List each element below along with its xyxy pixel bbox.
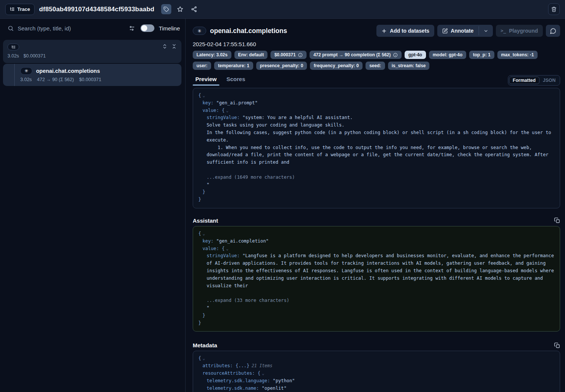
metadata-json-block: {⌄ attributes: {...}21 Items resourceAtt…	[193, 351, 560, 392]
tab-preview[interactable]: Preview	[193, 74, 219, 86]
copy-icon[interactable]	[554, 342, 560, 348]
model-param-badge: model: gpt-4o	[429, 51, 466, 59]
top-bar: Trace df850ab499107d4348584cf5933baabd	[0, 0, 565, 19]
span-title: openai.chat.completions	[36, 68, 100, 74]
collapse-caret-icon[interactable]: ⌄	[202, 93, 205, 98]
star-icon[interactable]	[175, 4, 185, 14]
playground-button[interactable]: >_ Playground	[496, 25, 543, 37]
timeline-toggle-label: Timeline	[159, 25, 180, 32]
top-p-badge: top_p: 1	[469, 51, 494, 59]
trace-root-item[interactable]: 3.02s $0.000371	[3, 40, 181, 63]
observation-timestamp: 2025-02-04 17:55:51.660	[193, 41, 560, 47]
search-input[interactable]	[18, 25, 125, 32]
is-stream-badge: is_stream: false	[388, 62, 430, 70]
comment-icon[interactable]	[546, 25, 560, 37]
model-chip-badge[interactable]: gpt-4o	[405, 51, 426, 59]
latency-badge: Latency: 3.02s	[193, 51, 231, 59]
expand-link[interactable]: ...expand (1649 more characters)	[207, 175, 295, 180]
observation-detail-panel: ✳ openai.chat.completions Add to dataset…	[186, 19, 565, 392]
max-tokens-badge: max_tokens: -1	[497, 51, 538, 59]
json-toggle[interactable]: JSON	[539, 77, 559, 84]
collapse-caret-icon[interactable]: ⌄	[226, 108, 229, 113]
temperature-badge: temperature: 1	[214, 62, 253, 70]
share-icon[interactable]	[189, 4, 199, 14]
input-json-block: {⌄ key: "gen_ai.prompt" value: {⌄ string…	[193, 88, 560, 208]
trace-id: df850ab499107d4348584cf5933baabd	[39, 6, 154, 13]
format-toggle-group: Formatted JSON	[508, 75, 560, 86]
assistant-section-title: Assistant	[193, 217, 218, 224]
collapse-all-icon[interactable]	[171, 44, 177, 49]
collapse-caret-icon[interactable]: ⌄	[202, 231, 205, 236]
sliders-icon[interactable]	[129, 25, 135, 32]
tab-scores[interactable]: Scores	[224, 74, 248, 86]
seed-badge: seed:	[366, 62, 385, 70]
expand-all-icon[interactable]	[162, 44, 168, 49]
trace-badge-label: Trace	[17, 6, 30, 12]
annotate-icon	[442, 28, 448, 34]
span-item-selected[interactable]: ✳ openai.chat.completions 3.02s 472 → 90…	[3, 64, 181, 86]
tag-icon[interactable]	[161, 4, 171, 14]
openai-icon: ✳	[193, 27, 206, 35]
user-badge: user:	[193, 62, 211, 70]
collapse-caret-icon[interactable]: ⌄	[262, 371, 264, 376]
span-tokens: 472 → 90 (Σ 562)	[37, 77, 74, 82]
trace-type-badge: Trace	[5, 4, 35, 15]
annotate-button[interactable]: Annotate	[437, 25, 479, 37]
tree-icon	[8, 44, 19, 50]
assistant-json-block: {⌄ key: "gen_ai.completion" value: {⌄ st…	[193, 226, 560, 332]
timeline-toggle[interactable]	[140, 24, 154, 32]
add-to-datasets-button[interactable]: Add to datasets	[376, 25, 434, 37]
observation-title: openai.chat.completions	[210, 27, 287, 35]
plus-icon	[381, 28, 387, 34]
trace-tree-sidebar: Timeline	[0, 19, 186, 392]
openai-icon: ✳	[20, 67, 32, 75]
trash-icon[interactable]	[548, 3, 560, 15]
tokens-badge: 472 prompt → 90 completion (Σ 562)	[310, 51, 402, 59]
tree-icon	[10, 7, 15, 12]
expand-link[interactable]: ...expand (33 more characters)	[207, 298, 289, 303]
collapse-caret-icon[interactable]: ⌄	[226, 246, 229, 251]
presence-penalty-badge: presence_penalty: 0	[256, 62, 307, 70]
terminal-icon: >_	[501, 28, 506, 33]
annotate-dropdown-chevron-icon[interactable]	[479, 25, 493, 37]
span-duration: 3.02s	[20, 77, 32, 82]
info-icon[interactable]	[393, 53, 398, 57]
formatted-toggle[interactable]: Formatted	[509, 77, 539, 84]
trace-duration: 3.02s	[8, 53, 19, 59]
search-icon	[8, 25, 14, 32]
info-icon[interactable]	[298, 53, 303, 57]
collapse-caret-icon[interactable]: ⌄	[202, 356, 205, 361]
frequency-penalty-badge: frequency_penalty: 0	[310, 62, 363, 70]
span-cost: $0.000371	[79, 77, 101, 82]
metadata-section-title: Metadata	[193, 342, 217, 348]
items-count: 21 Items	[252, 363, 272, 368]
cost-badge: $0.000371	[270, 51, 307, 59]
env-badge: Env: default	[234, 51, 268, 59]
trace-cost: $0.000371	[24, 53, 46, 59]
copy-icon[interactable]	[554, 217, 560, 223]
